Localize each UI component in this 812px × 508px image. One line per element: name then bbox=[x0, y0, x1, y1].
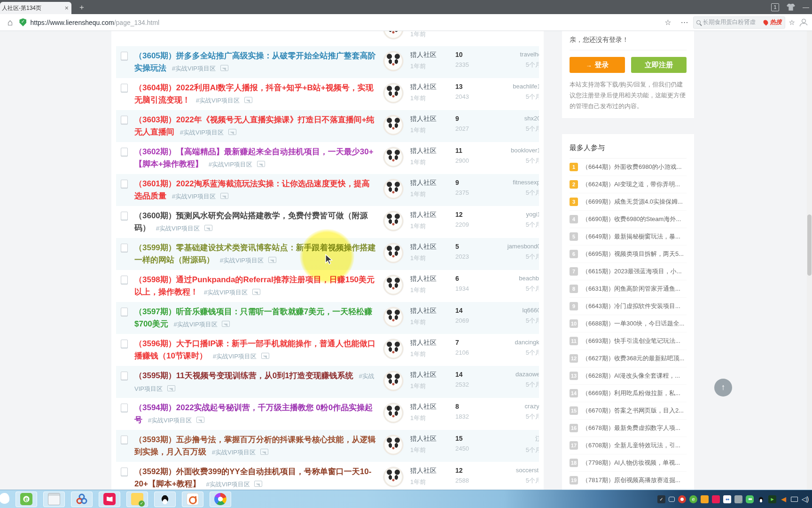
taskbar-app-presentation[interactable] bbox=[182, 492, 203, 507]
taskbar-app-tri-circle[interactable] bbox=[71, 492, 93, 507]
community-name[interactable]: 猎人社区 bbox=[410, 435, 455, 443]
avatar[interactable] bbox=[383, 211, 404, 231]
most-participation-item[interactable]: 5 （6649期）最新揭秘橱窗玩法，暴... bbox=[570, 228, 687, 246]
browser-skin-icon[interactable] bbox=[787, 4, 795, 11]
avatar[interactable] bbox=[383, 339, 404, 359]
avatar[interactable] bbox=[383, 243, 404, 263]
most-participation-item[interactable]: 14 （6669期）利用吃瓜粉做拉新，私... bbox=[570, 385, 687, 402]
last-reply-username[interactable]: yogi123 bbox=[491, 211, 539, 218]
community-name[interactable]: 猎人社区 bbox=[410, 179, 455, 187]
avatar[interactable] bbox=[383, 467, 404, 487]
thread-row[interactable]: （3604期）2022利用AI数字人播报，抖音+知乎+B站+视频号，实现无脑引流… bbox=[116, 78, 539, 110]
url-host-text[interactable]: https://www.lierenshequ.com bbox=[30, 19, 114, 26]
url-path-text[interactable]: /page_134.html bbox=[114, 19, 160, 26]
most-participation-item[interactable]: 2 （6624期）AI变现之道，带你弄明... bbox=[570, 176, 687, 193]
avatar[interactable] bbox=[383, 275, 404, 295]
minimize-button[interactable]: — bbox=[803, 3, 809, 11]
taskbar-app-notepad[interactable] bbox=[43, 492, 65, 507]
last-reply-username[interactable]: fitnessexpert bbox=[491, 179, 539, 186]
thread-tag[interactable]: #实战VIP项目区 bbox=[220, 257, 264, 264]
thread-tag[interactable]: #实战VIP项目区 bbox=[213, 353, 257, 360]
thread-title[interactable]: （3604期）2022利用AI数字人播报，抖音+知乎+B站+视频号，实现无脑引流… bbox=[134, 83, 374, 104]
community-name[interactable]: 猎人社区 bbox=[410, 371, 455, 379]
search-suggestion-text[interactable]: 长期食用蛋白粉肾虚 bbox=[703, 18, 761, 26]
community-name[interactable]: 猎人社区 bbox=[410, 51, 455, 59]
thread-tag[interactable]: #实战VIP项目区 bbox=[180, 129, 224, 136]
browser-search-box[interactable]: 长期食用蛋白粉肾虚 热搜 bbox=[693, 16, 785, 29]
thread-title[interactable]: （3592期）外面收费399的YY全自动挂机项目，号称单窗口一天10-20+【脚… bbox=[134, 467, 371, 488]
last-reply-username[interactable]: beachbum bbox=[491, 275, 539, 282]
most-participation-item[interactable]: 8 （6631期）闲鱼高阶闲管家开通鱼... bbox=[570, 280, 687, 298]
most-participation-item[interactable]: 10 （6688期）一单300块，今日话题全... bbox=[570, 315, 687, 333]
tray-volume-icon[interactable]: ◁) bbox=[801, 495, 809, 503]
avatar[interactable] bbox=[383, 179, 404, 199]
thread-row[interactable]: （3593期）五步撸号法，掌握百万分析的抖课账号核心技能，从逻辑到实操，月入百万… bbox=[116, 430, 539, 462]
most-participation-item[interactable]: 6 （6695期）视频类项目拆解，两天5... bbox=[570, 246, 687, 263]
thread-tag[interactable]: #实战VIP项目区 bbox=[172, 193, 216, 200]
most-participation-item[interactable]: 4 （6690期）收费6980的Steam海外... bbox=[570, 211, 687, 228]
thread-row[interactable]: （3603期）2022年《视频号无人直播实操课》打造日不落直播间+纯无人直播间 … bbox=[116, 110, 539, 142]
most-participation-item[interactable]: 17 （6708期）全新儿童特效玩法，引... bbox=[570, 437, 687, 454]
most-participation-item[interactable]: 9 （6643期）冷门虚拟软件安装项目... bbox=[570, 298, 687, 315]
avatar[interactable] bbox=[383, 403, 404, 423]
thread-row[interactable]: （3602期）【高端精品】最新赚起来全自动挂机项目，一天最少30+【脚本+操作教… bbox=[116, 142, 539, 174]
last-reply-username[interactable]: 江湖 bbox=[491, 435, 539, 443]
tray-shield-icon[interactable]: ✓ bbox=[657, 495, 665, 503]
start-partial-icon[interactable] bbox=[0, 492, 9, 506]
tray-qq-icon[interactable] bbox=[757, 495, 765, 503]
avatar[interactable] bbox=[383, 115, 404, 135]
thread-tag[interactable]: #实战VIP项目区 bbox=[148, 417, 192, 424]
thread-title[interactable]: （3605期）拼多多全站推广高级实操：从破零开始全站推广整套高阶实操玩法 bbox=[134, 51, 376, 72]
community-name[interactable]: 猎人社区 bbox=[410, 211, 455, 219]
thread-title[interactable]: （3602期）【高端精品】最新赚起来全自动挂机项目，一天最少30+【脚本+操作教… bbox=[134, 147, 374, 168]
profile-icon[interactable] bbox=[800, 19, 807, 26]
avatar[interactable] bbox=[383, 31, 404, 40]
scrollbar-track[interactable] bbox=[807, 31, 812, 490]
tray-tri-circle-icon[interactable]: ●● bbox=[723, 495, 731, 503]
community-name[interactable]: 猎人社区 bbox=[410, 243, 455, 251]
menu-dots-icon[interactable]: ⋯ bbox=[681, 18, 688, 27]
home-icon[interactable]: ⌂ bbox=[8, 17, 13, 28]
last-reply-username[interactable]: crazycat bbox=[491, 403, 539, 410]
thread-tag[interactable]: #实战VIP项目区 bbox=[172, 65, 216, 72]
tray-window-icon[interactable] bbox=[669, 497, 675, 502]
tab-close-icon[interactable]: × bbox=[65, 4, 69, 12]
tray-red-circle-icon[interactable] bbox=[678, 495, 686, 503]
last-reply-username[interactable]: shx2023 bbox=[491, 115, 539, 122]
thread-row[interactable]: （3596期）大予口播IP课：新手一部手机就能操作，普通人也能做口播赚钱（10节… bbox=[116, 334, 539, 366]
taskbar-app-360-browser[interactable]: e bbox=[16, 492, 37, 507]
tray-usb-icon[interactable] bbox=[734, 495, 742, 503]
community-name[interactable]: 猎人社区 bbox=[410, 403, 455, 411]
thread-row[interactable]: （3601期）2022淘系蓝海截流玩法实操：让你选品速度更快，提高选品质量 #实… bbox=[116, 174, 539, 206]
last-reply-username[interactable]: booklover101 bbox=[491, 147, 539, 154]
thread-tag[interactable]: #实战VIP项目区 bbox=[206, 481, 250, 488]
thread-row[interactable]: 爆款方法 #实战VIP项目区 猎人社区 1年前 2684 5个月前 bbox=[116, 31, 539, 46]
community-name[interactable]: 猎人社区 bbox=[410, 147, 455, 155]
thread-row[interactable]: （3597期）听音乐赚钱项目：只需听一首歌就赚7美元，一天轻松赚$700美元 #… bbox=[116, 302, 539, 334]
bookmark-star-icon[interactable]: ☆ bbox=[664, 18, 671, 27]
hot-search-label[interactable]: 热搜 bbox=[770, 18, 782, 26]
thread-tag[interactable]: #实战VIP项目区 bbox=[204, 289, 248, 296]
tray-pink-icon[interactable] bbox=[712, 495, 720, 503]
community-name[interactable]: 猎人社区 bbox=[410, 467, 455, 475]
most-participation-item[interactable]: 19 （7817期）原创视频高播放赛道掘... bbox=[570, 472, 687, 489]
thread-title[interactable]: （3597期）听音乐赚钱项目：只需听一首歌就赚7美元，一天轻松赚$700美元 bbox=[134, 307, 372, 328]
most-participation-item[interactable]: 18 （7798期）AI人物仿妆视频，单视... bbox=[570, 454, 687, 472]
last-reply-username[interactable]: dazaoweilai bbox=[491, 371, 539, 378]
browser-tab[interactable]: 人社区-第134页 × bbox=[0, 2, 71, 14]
most-participation-item[interactable]: 16 （6678期）最新免费虚拟数字人项... bbox=[570, 420, 687, 437]
taskbar-app-qq[interactable] bbox=[154, 492, 176, 507]
tray-green-e-icon[interactable]: e bbox=[689, 495, 697, 503]
login-button[interactable]: →登录 bbox=[570, 57, 625, 73]
thread-row[interactable]: （3595期）11天视频号变现训练营，从0到1打造变现赚钱系统 #实战VIP项目… bbox=[116, 366, 539, 398]
thread-row[interactable]: （3592期）外面收费399的YY全自动挂机项目，号称单窗口一天10-20+【脚… bbox=[116, 462, 539, 490]
last-reply-username[interactable]: travelholic bbox=[491, 51, 539, 58]
last-reply-username[interactable]: jamesbond007 bbox=[491, 243, 539, 250]
thread-title[interactable]: （3603期）2022年《视频号无人直播实操课》打造日不落直播间+纯无人直播间 bbox=[134, 115, 375, 136]
thread-row[interactable]: （3594期）2022实战起号秘训营，千万级主播教您 0粉0作品实操起号 #实战… bbox=[116, 398, 539, 430]
taskbar-app-pink-media[interactable] bbox=[99, 492, 120, 507]
new-tab-button[interactable]: + bbox=[76, 3, 87, 12]
tray-screen-record-icon[interactable]: ▶ bbox=[768, 495, 776, 503]
thread-title[interactable]: （3595期）11天视频号变现训练营，从0到1打造变现赚钱系统 bbox=[134, 371, 353, 380]
register-button[interactable]: 立即注册 bbox=[631, 57, 687, 73]
